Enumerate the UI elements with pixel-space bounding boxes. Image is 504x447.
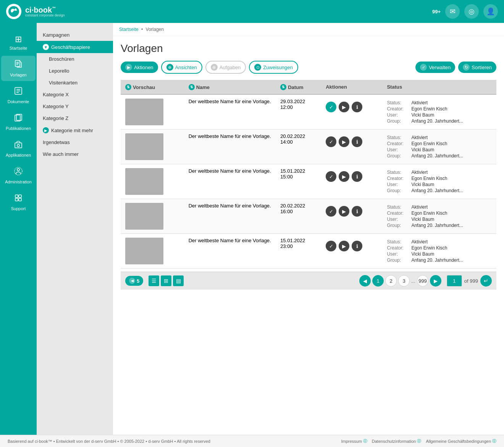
date-cell: 15.01.202223:00 [276, 234, 321, 269]
support-icon [14, 193, 23, 205]
aktionen-button[interactable]: ▶ Aktionen [121, 62, 158, 73]
nav-kampagnen[interactable]: Kampagnen [37, 29, 113, 41]
user-key: User: [387, 147, 410, 152]
user-value: Vicki Baum [411, 217, 492, 222]
logo-bird-icon [6, 4, 21, 19]
nav-wie-auch-immer[interactable]: Wie auch immer [37, 148, 113, 160]
date-cell: 15.01.202215:00 [276, 164, 321, 199]
nav-irgendetwas[interactable]: Irgendetwas [37, 136, 113, 148]
preview-thumbnail[interactable] [125, 133, 163, 160]
action-check-icon[interactable]: ✓ [326, 171, 336, 182]
zuweisungen-button[interactable]: ⊙ Zuweisungen [249, 61, 298, 74]
action-check-icon[interactable]: ✓ [326, 136, 336, 147]
next-page-button[interactable]: ▶ [430, 275, 441, 287]
nav-broschueren[interactable]: Broschüren [37, 53, 113, 65]
nav-leporello[interactable]: Leporello [37, 65, 113, 77]
compass-icon[interactable]: ◎ [464, 4, 479, 19]
prev-page-button[interactable]: ◀ [359, 275, 371, 287]
sidebar-item-applikationen[interactable]: Applikationen [1, 136, 36, 161]
sidebar-item-administration[interactable]: Administration [1, 163, 36, 188]
impressum-label: Impressum [341, 439, 362, 444]
breadcrumb-home[interactable]: Startseite [119, 27, 139, 32]
sidebar-item-dokumente[interactable]: Dokumente [1, 83, 36, 108]
sidebar-item-support[interactable]: Support [1, 189, 36, 215]
go-to-page-button[interactable]: ↵ [480, 275, 492, 287]
action-info-icon[interactable]: ℹ [352, 241, 362, 251]
page-1-button[interactable]: 1 [372, 275, 384, 287]
col-name[interactable]: ⇅ Name [184, 80, 276, 94]
page-2-button[interactable]: 2 [385, 275, 397, 287]
name-sort-icon: ⇅ [189, 84, 195, 90]
sidebar-item-vorlagen[interactable]: Vorlagen [1, 56, 36, 81]
action-check-icon[interactable]: ✓ [326, 102, 336, 112]
action-play-icon[interactable]: ▶ [339, 136, 349, 147]
col-aktionen: Aktionen [321, 80, 382, 94]
nav-kategorie-y[interactable]: Kategorie Y [37, 100, 113, 112]
date-cell: 20.02.202214:00 [276, 130, 321, 164]
action-check-icon[interactable]: ✓ [326, 206, 336, 217]
nav-kategorie-x[interactable]: Kategorie X [37, 89, 113, 100]
compact-view-icon[interactable]: ▤ [173, 275, 184, 286]
impressum-link[interactable]: Impressum ⓪ [341, 438, 367, 444]
main-sidebar: ⊞ Startseite Vorlagen Dokumente [0, 23, 37, 447]
nav-kategorie-z[interactable]: Kategorie Z [37, 112, 113, 124]
breadcrumb-separator: • [141, 27, 144, 32]
aufgaben-button[interactable]: ⊕ Aufgaben [205, 61, 246, 74]
topbar: ci·book™ constant corporate design 99+ ✉… [0, 0, 504, 23]
preview-thumbnail[interactable] [125, 203, 163, 230]
action-info-icon[interactable]: ℹ [352, 102, 362, 112]
action-play-icon[interactable]: ▶ [339, 102, 349, 112]
col-datum[interactable]: ⇅ Datum [276, 80, 321, 94]
notification-count: 99+ [432, 9, 441, 15]
nav-visitenkarten[interactable]: Visitenkarten [37, 77, 113, 89]
page-number-input[interactable] [447, 275, 462, 287]
group-value: Anfang 20. Jahrhundert... [411, 188, 492, 193]
sidebar-item-publikationen[interactable]: Publikationen [1, 109, 36, 134]
status-key: Status: [387, 100, 410, 105]
publikationen-icon [14, 113, 23, 125]
group-value: Anfang 20. Jahrhundert... [411, 153, 492, 159]
action-check-icon[interactable]: ✓ [326, 241, 336, 251]
broschueren-label: Broschüren [49, 56, 74, 62]
ansichten-button[interactable]: ⊕ Ansichten [161, 61, 202, 74]
action-play-icon[interactable]: ▶ [339, 241, 349, 251]
status-key: Status: [387, 239, 410, 245]
topbar-logo: ci·book™ constant corporate design [6, 4, 432, 19]
datenschutz-link[interactable]: Datenschutzinformation ⓪ [372, 438, 422, 444]
preview-thumbnail[interactable] [125, 168, 163, 195]
group-value: Anfang 20. Jahrhundert... [411, 258, 492, 263]
action-play-icon[interactable]: ▶ [339, 171, 349, 182]
action-info-icon[interactable]: ℹ [352, 206, 362, 217]
list-view-icon[interactable]: ☰ [149, 275, 159, 286]
verwalten-button[interactable]: ✓ Verwalten [415, 62, 455, 73]
messages-icon[interactable]: ✉ [445, 4, 460, 19]
agb-link[interactable]: Allgemeine Geschäftsbedingungen ⓪ [426, 438, 496, 444]
wie-auch-immer-label: Wie auch immer [43, 151, 79, 157]
user-profile-icon[interactable]: 👤 [483, 4, 498, 19]
agb-icon: ⓪ [492, 438, 496, 444]
grid-view-icon[interactable]: ⊞ [161, 275, 171, 286]
action-info-icon[interactable]: ℹ [352, 171, 362, 182]
action-play-icon[interactable]: ▶ [339, 206, 349, 217]
preview-thumbnail[interactable] [125, 99, 163, 125]
col-vorschau[interactable]: ⇅ Vorschau [121, 80, 184, 94]
sidebar-label-support: Support [11, 206, 26, 211]
creator-key: Creator: [387, 245, 410, 251]
template-date: 15.01.202215:00 [280, 168, 305, 180]
action-info-icon[interactable]: ℹ [352, 136, 362, 147]
sidebar-item-startseite[interactable]: ⊞ Startseite [1, 31, 36, 54]
page-3-button[interactable]: 3 [398, 275, 410, 287]
group-key: Group: [387, 153, 410, 159]
agb-label: Allgemeine Geschäftsbedingungen [426, 439, 491, 444]
preview-thumbnail[interactable] [125, 238, 163, 264]
group-key: Group: [387, 258, 410, 263]
template-name: Der weltbeste Name für eine Vorlage. [189, 203, 271, 209]
impressum-icon: ⓪ [363, 438, 367, 444]
nav-kategorie-mehr[interactable]: ▶ Kategorie mit mehr [37, 124, 113, 136]
sortieren-button[interactable]: ↻ Sortieren [458, 62, 496, 73]
per-page-button[interactable]: ◀ 5 [125, 276, 143, 286]
table-row: Der weltbeste Name für eine Vorlage.20.0… [121, 199, 496, 234]
page-last-button[interactable]: 999 [417, 275, 428, 287]
user-value: Vicki Baum [411, 251, 492, 257]
nav-geschaeftspapiere[interactable]: ▼ Geschäftspapiere [37, 41, 113, 53]
